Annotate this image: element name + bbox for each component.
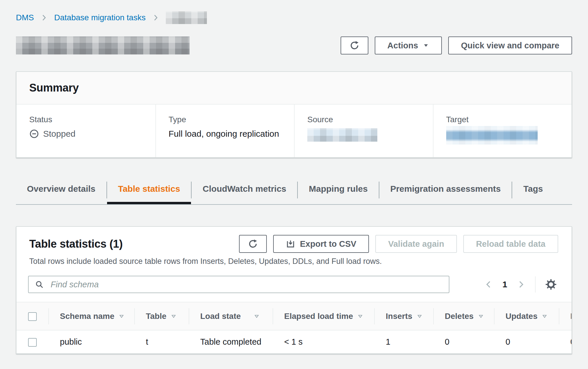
- reload-table-data-label: Reload table data: [476, 239, 545, 249]
- summary-field-status: Status Stopped: [16, 105, 155, 157]
- tab-tags[interactable]: Tags: [512, 179, 554, 204]
- dms-task-page: DMS Database migration tasks Actions Qui…: [0, 0, 588, 369]
- tab-mapping-rules[interactable]: Mapping rules: [298, 179, 378, 204]
- column-header-updates[interactable]: Updates: [494, 302, 559, 330]
- find-schema-input[interactable]: [28, 276, 449, 293]
- column-header-elapsed-load-time[interactable]: Elapsed load time: [273, 302, 374, 330]
- table-statistics-title: Table statistics (1): [29, 238, 123, 250]
- quick-view-compare-button[interactable]: Quick view and compare: [448, 36, 572, 54]
- sort-caret-icon[interactable]: [170, 313, 177, 319]
- validate-again-button[interactable]: Validate again: [375, 235, 457, 253]
- column-header-load-state[interactable]: Load state: [189, 302, 273, 330]
- breadcrumb: DMS Database migration tasks: [16, 11, 572, 24]
- gear-icon: [545, 279, 556, 290]
- table-refresh-button[interactable]: [239, 235, 267, 253]
- breadcrumb-current-redacted: [166, 11, 207, 24]
- tab-cloudwatch-metrics[interactable]: CloudWatch metrics: [192, 179, 297, 204]
- tab-premigration-assessments[interactable]: Premigration assessments: [379, 179, 512, 204]
- cell-elapsed-load-time: < 1 s: [273, 330, 374, 353]
- summary-panel: Summary Status Stopped Type Full load, o…: [16, 71, 572, 158]
- column-header-ddls[interactable]: DDLs: [559, 302, 572, 330]
- tab-table-statistics[interactable]: Table statistics: [107, 179, 191, 204]
- cell-deletes: 0: [433, 330, 494, 353]
- cell-updates: 0: [494, 330, 559, 353]
- summary-field-target: Target: [433, 105, 572, 157]
- target-label: Target: [446, 115, 566, 124]
- status-label: Status: [29, 115, 150, 124]
- summary-panel-header: Summary: [16, 72, 572, 105]
- chevron-left-icon: [484, 280, 493, 289]
- export-download-icon: [286, 239, 295, 249]
- tab-overview-details[interactable]: Overview details: [16, 179, 106, 204]
- search-icon: [35, 280, 44, 289]
- column-header-inserts[interactable]: Inserts: [374, 302, 433, 330]
- tab-bar: Overview details Table statistics CloudW…: [16, 179, 572, 205]
- table-preferences-button[interactable]: [544, 277, 558, 292]
- source-label: Source: [307, 115, 427, 124]
- chevron-down-icon: [423, 42, 429, 49]
- actions-button-label: Actions: [387, 41, 418, 50]
- page-header: Actions Quick view and compare: [16, 36, 572, 54]
- sort-caret-icon[interactable]: [416, 313, 423, 319]
- cell-ddls: 0: [559, 330, 572, 353]
- column-header-schema-name[interactable]: Schema name: [48, 302, 134, 330]
- table-statistics-table: Schema name Table Load state Elapsed loa…: [16, 302, 572, 353]
- chevron-right-icon: [517, 280, 525, 289]
- cell-table: t: [134, 330, 189, 353]
- type-value: Full load, ongoing replication: [169, 129, 279, 139]
- summary-field-source: Source: [294, 105, 433, 157]
- next-page-button[interactable]: [515, 278, 527, 291]
- table-statistics-panel: Table statistics (1) Export to CSV: [16, 226, 572, 354]
- row-checkbox[interactable]: [28, 338, 37, 347]
- actions-button[interactable]: Actions: [375, 36, 442, 54]
- breadcrumb-chevron-icon: [152, 14, 159, 21]
- column-header-deletes[interactable]: Deletes: [433, 302, 494, 330]
- table-row[interactable]: public t Table completed < 1 s 1 0 0 0: [16, 330, 572, 353]
- target-value-redacted: [446, 126, 538, 145]
- validate-again-label: Validate again: [388, 239, 444, 249]
- select-all-checkbox[interactable]: [28, 312, 37, 321]
- table-statistics-description: Total rows include loaded source table r…: [29, 257, 558, 266]
- refresh-icon: [350, 41, 359, 50]
- table-header-row: Schema name Table Load state Elapsed loa…: [16, 302, 572, 330]
- status-value: Stopped: [43, 129, 76, 139]
- export-csv-label: Export to CSV: [300, 239, 356, 249]
- page-title-redacted: [16, 36, 190, 54]
- cell-load-state: Table completed: [189, 330, 273, 353]
- previous-page-button[interactable]: [483, 278, 495, 291]
- source-value-redacted: [307, 128, 377, 142]
- summary-field-type: Type Full load, ongoing replication: [155, 105, 294, 157]
- refresh-button[interactable]: [341, 36, 368, 54]
- pagination: 1: [483, 276, 558, 293]
- header-actions: Actions Quick view and compare: [341, 36, 572, 54]
- stopped-status-icon: [29, 129, 39, 139]
- sort-caret-icon[interactable]: [357, 313, 363, 319]
- sort-caret-icon[interactable]: [118, 313, 125, 319]
- sort-caret-icon[interactable]: [478, 313, 484, 319]
- table-statistics-header: Table statistics (1) Export to CSV: [16, 227, 572, 266]
- breadcrumb-chevron-icon: [40, 14, 48, 21]
- column-header-table[interactable]: Table: [134, 302, 189, 330]
- quick-view-button-label: Quick view and compare: [461, 41, 559, 50]
- table-statistics-actions: Export to CSV Validate again Reload tabl…: [239, 235, 558, 253]
- breadcrumb-link-dms[interactable]: DMS: [16, 13, 34, 22]
- sort-caret-icon[interactable]: [541, 313, 548, 319]
- export-csv-button[interactable]: Export to CSV: [273, 235, 369, 253]
- cell-inserts: 1: [374, 330, 433, 353]
- refresh-icon: [248, 239, 258, 249]
- table-toolbar: 1: [16, 266, 572, 302]
- cell-schema-name: public: [48, 330, 134, 353]
- sort-caret-icon[interactable]: [253, 313, 260, 319]
- breadcrumb-link-tasks[interactable]: Database migration tasks: [54, 13, 146, 22]
- pagination-divider: [535, 276, 536, 293]
- type-label: Type: [169, 115, 289, 124]
- schema-search: [28, 276, 449, 293]
- summary-grid: Status Stopped Type Full load, ongoing r…: [16, 105, 572, 157]
- summary-title: Summary: [29, 82, 559, 94]
- reload-table-data-button[interactable]: Reload table data: [463, 235, 558, 253]
- current-page-number: 1: [502, 280, 507, 289]
